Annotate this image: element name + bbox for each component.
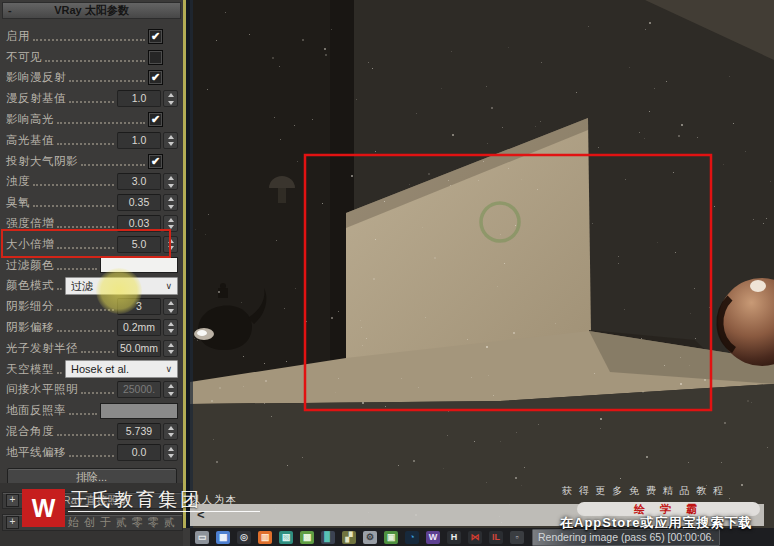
spinner-up-icon[interactable]	[164, 195, 177, 203]
value-field[interactable]: 0.2mm	[117, 319, 161, 336]
checkbox-checked[interactable]: ✔	[148, 154, 163, 169]
spinner-down-icon[interactable]	[164, 140, 177, 148]
spinner-up-icon[interactable]	[164, 237, 177, 245]
spinner-up-icon[interactable]	[164, 445, 177, 453]
dropdown[interactable]: Hosek et al.∨	[65, 360, 178, 378]
w-app-icon[interactable]: W	[426, 531, 440, 544]
spinner[interactable]	[163, 381, 178, 398]
spinner-up-icon[interactable]	[164, 320, 177, 328]
spinner-up-icon[interactable]	[164, 424, 177, 432]
orange-stripes-app-icon[interactable]: ▥	[258, 531, 272, 544]
spinner-down-icon[interactable]	[164, 307, 177, 315]
value-field[interactable]: 1.0	[117, 132, 161, 149]
frame-app-icon[interactable]: ▫	[510, 531, 524, 544]
checkbox-checked[interactable]: ✔	[148, 112, 163, 127]
value-field[interactable]: 0.35	[117, 194, 161, 211]
param-label: 浊度	[6, 174, 30, 189]
teal-app-icon[interactable]: ▧	[279, 531, 293, 544]
dotted-leader	[33, 205, 114, 207]
param-label: 光子发射半径	[6, 341, 78, 356]
value-field[interactable]: 5.739	[117, 423, 161, 440]
value-field[interactable]: 3.0	[117, 173, 161, 190]
checkbox[interactable]	[148, 50, 163, 65]
param-row-5: 高光基值1.0	[6, 130, 178, 151]
spinner-up-icon[interactable]	[164, 341, 177, 349]
spinner[interactable]	[163, 173, 178, 190]
param-row-4: 影响高光✔	[6, 109, 178, 130]
brand-logo: W	[22, 489, 65, 527]
calculator-app-icon[interactable]: ▦	[216, 531, 230, 544]
spinner[interactable]	[163, 194, 178, 211]
checkbox-checked[interactable]: ✔	[148, 29, 163, 44]
spinner[interactable]	[163, 319, 178, 336]
param-row-0: 启用✔	[6, 26, 178, 47]
spinner[interactable]	[163, 215, 178, 232]
collapse-icon[interactable]: -	[8, 3, 12, 18]
param-label: 颜色模式	[6, 278, 54, 293]
render-viewport[interactable]	[190, 0, 774, 528]
value-field[interactable]: 1.0	[117, 90, 161, 107]
color-swatch[interactable]	[100, 257, 178, 273]
rollout-header-vray-sun[interactable]: - VRay 太阳参数	[2, 2, 181, 19]
param-row-7: 浊度3.0	[6, 172, 178, 193]
dotted-leader	[69, 413, 97, 415]
spinner-down-icon[interactable]	[164, 390, 177, 398]
expand-icon[interactable]: +	[6, 516, 19, 529]
spinner[interactable]	[163, 298, 178, 315]
value-field[interactable]: 0.0	[117, 444, 161, 461]
promo-line2: 在AppStore或应用宝搜索下载	[560, 514, 753, 532]
swirl-app-icon[interactable]: ◔	[405, 531, 419, 544]
terrain-app-icon[interactable]: ▞	[342, 531, 356, 544]
value-field[interactable]: 5.0	[117, 236, 161, 253]
param-label: 影响漫反射	[6, 70, 66, 85]
value-field[interactable]: 3	[117, 298, 161, 315]
spinner[interactable]	[163, 340, 178, 357]
param-row-20: 地平线偏移0.0	[6, 442, 178, 463]
param-row-18: 地面反照率	[6, 400, 178, 421]
dropdown[interactable]: 过滤∨	[65, 277, 178, 295]
spinner[interactable]	[163, 423, 178, 440]
value-field[interactable]: 25000.	[117, 381, 161, 398]
dotted-leader	[57, 288, 62, 290]
viewport-left-edge	[190, 0, 193, 528]
dotted-leader	[81, 351, 114, 353]
bowtie-app-icon[interactable]: ⋈	[468, 531, 482, 544]
spinner[interactable]	[163, 236, 178, 253]
spinner-down-icon[interactable]	[164, 203, 177, 211]
spinner-down-icon[interactable]	[164, 328, 177, 336]
spinner[interactable]	[163, 90, 178, 107]
gear-app-icon[interactable]: ⚙	[363, 531, 377, 544]
spinner-down-icon[interactable]	[164, 99, 177, 107]
record-app-icon[interactable]: ◎	[237, 531, 251, 544]
spinner-up-icon[interactable]	[164, 133, 177, 141]
spinner-up-icon[interactable]	[164, 174, 177, 182]
il-app-icon[interactable]: IL	[489, 531, 503, 544]
spinner-down-icon[interactable]	[164, 224, 177, 232]
param-label: 大小倍增	[6, 237, 54, 252]
image-app-icon[interactable]: ▣	[384, 531, 398, 544]
checkbox-checked[interactable]: ✔	[148, 70, 163, 85]
spinner-up-icon[interactable]	[164, 299, 177, 307]
spinner-down-icon[interactable]	[164, 244, 177, 252]
spinner-up-icon[interactable]	[164, 216, 177, 224]
photos-app-icon[interactable]: ▩	[300, 531, 314, 544]
3dsmax-window: - VRay 太阳参数 启用✔不可见影响漫反射✔漫反射基值1.0影响高光✔高光基…	[0, 0, 774, 546]
color-swatch[interactable]	[100, 403, 178, 419]
spinner-down-icon[interactable]	[164, 432, 177, 440]
value-field[interactable]: 50.0mm	[117, 340, 161, 357]
spinner-down-icon[interactable]	[164, 182, 177, 190]
window-app-icon[interactable]: ▭	[195, 531, 209, 544]
spinner[interactable]	[163, 444, 178, 461]
spinner-down-icon[interactable]	[164, 348, 177, 356]
expand-icon[interactable]: +	[6, 494, 19, 507]
chevron-down-icon: ∨	[165, 361, 172, 377]
spinner-down-icon[interactable]	[164, 452, 177, 460]
dropdown-value: Hosek et al.	[71, 361, 129, 377]
value-field[interactable]: 0.03	[117, 215, 161, 232]
spinner-up-icon[interactable]	[164, 382, 177, 390]
h-app-icon[interactable]: H	[447, 531, 461, 544]
chart-app-icon[interactable]: ▊	[321, 531, 335, 544]
spinner-up-icon[interactable]	[164, 91, 177, 99]
spinner[interactable]	[163, 132, 178, 149]
param-row-9: 强度倍增0.03	[6, 213, 178, 234]
